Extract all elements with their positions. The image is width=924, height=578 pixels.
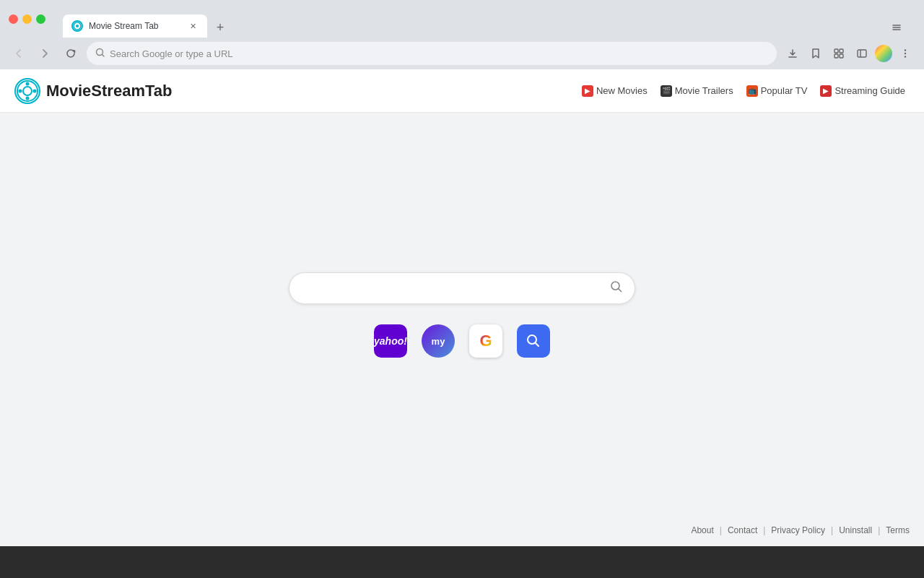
minimize-button[interactable] [22,14,32,24]
google-label: G [479,332,492,350]
site-header: MovieStreamTab ▶ New Movies 🎬 Movie Trai… [0,69,924,113]
search-input[interactable] [301,282,604,295]
footer-about[interactable]: About [691,525,713,535]
svg-point-15 [19,89,22,92]
svg-point-8 [905,49,906,51]
yahoo-label: yahoo! [374,335,407,347]
streaming-guide-icon: ▶ [820,85,832,97]
footer-privacy[interactable]: Privacy Policy [771,525,825,535]
close-button[interactable] [9,14,18,24]
active-tab[interactable]: Movie Stream Tab ✕ [63,14,207,38]
nav-movie-trailers[interactable]: 🎬 Movie Trailers [656,82,738,100]
footer: About | Contact | Privacy Policy | Unins… [0,514,924,546]
tab-favicon [71,20,83,32]
search-link[interactable] [517,324,550,358]
yahoo-link[interactable]: yahoo! [374,324,407,358]
google-link[interactable]: G [469,324,502,358]
main-content: yahoo! my G [0,113,924,546]
my-link[interactable]: my [422,324,455,358]
new-movies-icon: ▶ [582,85,593,97]
svg-point-14 [26,96,30,100]
svg-rect-5 [834,54,838,58]
extensions-button[interactable] [829,43,849,64]
footer-terms[interactable]: Terms [886,525,910,535]
svg-point-12 [23,87,32,95]
quick-links: yahoo! my G [374,324,550,358]
sidebar-button[interactable] [852,43,872,64]
svg-point-10 [905,56,906,57]
tab-close-button[interactable]: ✕ [187,20,199,32]
my-label: my [432,336,445,347]
search-box[interactable] [289,272,635,304]
svg-point-13 [26,82,30,85]
search-submit-icon[interactable] [610,280,623,296]
popular-tv-icon: 📺 [746,85,758,97]
reload-button[interactable] [61,43,81,64]
logo-icon [14,78,40,104]
footer-contact[interactable]: Contact [728,525,757,535]
tab-list-button[interactable] [886,17,907,38]
svg-point-16 [33,89,37,92]
nav-popular-tv[interactable]: 📺 Popular TV [742,82,812,100]
back-button[interactable] [9,43,29,64]
tab-title: Movie Stream Tab [89,21,181,31]
address-search-icon [95,48,105,60]
svg-point-1 [76,25,79,27]
new-tab-button[interactable]: + [210,17,230,38]
download-button[interactable] [783,43,803,64]
logo-text: MovieStreamTab [46,82,172,100]
svg-rect-6 [840,54,843,58]
bookmark-button[interactable] [806,43,826,64]
menu-button[interactable] [895,43,915,64]
address-text: Search Google or type a URL [110,48,768,59]
svg-point-17 [611,282,619,290]
svg-rect-3 [834,49,838,53]
svg-rect-7 [858,50,866,57]
svg-rect-4 [840,49,843,53]
footer-uninstall[interactable]: Uninstall [839,525,872,535]
svg-point-9 [905,53,906,54]
nav-streaming-guide[interactable]: ▶ Streaming Guide [816,82,910,100]
svg-point-18 [528,335,536,344]
profile-avatar[interactable] [875,45,892,62]
forward-button[interactable] [35,43,55,64]
logo[interactable]: MovieStreamTab [14,78,172,104]
search-container: yahoo! my G [289,272,635,358]
movie-trailers-icon: 🎬 [661,85,672,97]
address-bar[interactable]: Search Google or type a URL [87,42,777,65]
nav-new-movies[interactable]: ▶ New Movies [578,82,652,100]
maximize-button[interactable] [36,14,45,24]
site-nav: ▶ New Movies 🎬 Movie Trailers 📺 Popular … [578,82,910,100]
